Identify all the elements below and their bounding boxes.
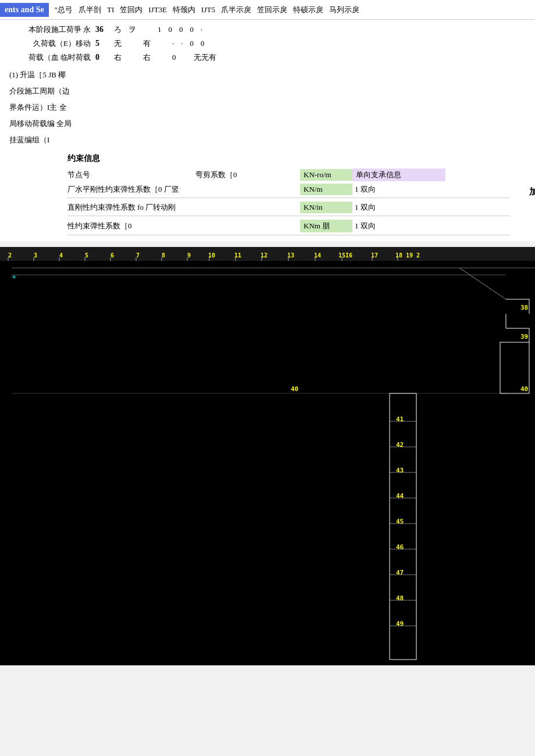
- load-label-2: 久荷载（E）移动: [9, 38, 91, 49]
- lc1-6: ·: [201, 25, 202, 34]
- constraint-title: 约束信息: [67, 153, 526, 164]
- lc1-2: 1: [158, 25, 162, 34]
- c-row2-label: 直刚性约束弹性系数 fo 厂转动刚: [67, 202, 195, 213]
- menu-item-5[interactable]: 特颈内: [170, 3, 198, 16]
- svg-text:43: 43: [396, 467, 404, 474]
- svg-text:41: 41: [396, 415, 404, 423]
- load-cells-3: 右 右 0 无无有: [114, 52, 216, 63]
- constraint-table: 节点号 弯剪系数［0 KN-ro/m 单向支承信息 厂水平刚性约束弹性系数［0 …: [67, 169, 509, 235]
- info-line-1: 介段施工周期（边: [9, 84, 526, 99]
- svg-text:+: +: [12, 273, 16, 281]
- del-button[interactable]: 删除: [528, 186, 535, 188]
- menu-item-10[interactable]: 马列示戾: [327, 3, 362, 16]
- info-line-3: 局移动荷载编 全局: [9, 116, 526, 131]
- svg-text:4: 4: [59, 252, 63, 259]
- menu-item-2[interactable]: TI: [105, 4, 116, 16]
- top-bar: ents and Se "总弓 爪半剖 TI 笠回内 IJT3E 特颈内 IJT…: [0, 0, 535, 20]
- lc2-1: 有: [143, 38, 151, 49]
- c-row2-unit: KN/in: [300, 202, 352, 213]
- col-header-2: 弯剪系数［0: [195, 170, 300, 180]
- add-button[interactable]: 添加: [528, 180, 535, 181]
- svg-text:8: 8: [162, 252, 165, 259]
- svg-text:40: 40: [520, 385, 528, 393]
- svg-text:7: 7: [136, 252, 140, 259]
- lc1-1: ヲ: [129, 24, 136, 35]
- svg-text:2: 2: [8, 252, 12, 259]
- load-val-2: 5: [95, 39, 109, 48]
- menu-item-8[interactable]: 笠回示戾: [255, 3, 290, 16]
- col-header-1: 节点号: [67, 170, 195, 180]
- menu-item-7[interactable]: 爪半示戾: [219, 3, 254, 16]
- svg-text:5: 5: [85, 252, 88, 259]
- menu-item-4[interactable]: IJT3E: [146, 4, 169, 16]
- info-line-4: 挂蓝编组（I: [9, 132, 526, 148]
- lc3-1: 右: [143, 52, 151, 63]
- c-row1-label: 厂水平刚性约束弹性系数［0 厂竖: [67, 184, 195, 195]
- action-buttons: 添加 删除: [528, 180, 535, 188]
- constraint-row-1: 厂水平刚性约束弹性系数［0 厂竖 KN/m 1 双向: [67, 184, 509, 198]
- info-line-2: 界条件运）I主 全: [9, 100, 526, 115]
- lc2-0: 无: [114, 38, 122, 49]
- load-rows: 本阶段施工荷爭 永 36 ろ ヲ 1 0 0 0 · 久荷载（E）移动 5 无 …: [9, 24, 526, 63]
- menu-item-6[interactable]: IJT5: [199, 4, 217, 16]
- constraint-section: 约束信息 节点号 弯剪系数［0 KN-ro/m 单向支承信息 厂水平刚性约束弹性…: [67, 153, 526, 235]
- svg-text:42: 42: [396, 441, 404, 449]
- lc1-5: 0: [190, 25, 194, 34]
- menu-item-1[interactable]: 爪半剖: [76, 3, 104, 16]
- load-cells-2: 无 有 · · 0 0: [114, 38, 205, 49]
- svg-text:3: 3: [34, 252, 37, 259]
- lc2-4: 0: [190, 39, 194, 48]
- menu-bar: "总弓 爪半剖 TI 笠回内 IJT3E 特颈内 IJT5 爪半示戾 笠回示戾 …: [49, 3, 365, 16]
- lc1-3: 0: [169, 25, 173, 34]
- c-row3-unit: KNm 朋: [300, 220, 352, 232]
- svg-line-36: [459, 268, 506, 299]
- load-cells-1: ろ ヲ 1 0 0 0 ·: [114, 24, 202, 35]
- svg-text:46: 46: [396, 543, 404, 551]
- c-row1-unit: KN/m: [300, 184, 352, 195]
- load-label-1: 本阶段施工荷爭 永: [9, 24, 91, 35]
- lc3-3: 无无有: [194, 52, 216, 63]
- c-row3-bidir: 1 双向: [352, 221, 399, 231]
- svg-text:47: 47: [396, 569, 404, 576]
- col-header-support: 单向支承信息: [352, 169, 445, 181]
- cad-canvas: 2 3 4 5 6 7 8 9 10 11 12 13 14 15I6 17 1…: [0, 247, 535, 665]
- lc2-3: ·: [181, 39, 183, 48]
- load-row-1: 本阶段施工荷爭 永 36 ろ ヲ 1 0 0 0 ·: [9, 24, 526, 35]
- svg-text:38: 38: [520, 304, 528, 311]
- load-row-3: 荷载（血 临时荷载 0 右 右 0 无无有: [9, 52, 526, 63]
- c-row3-label: 性约束弹性系数［0: [67, 221, 195, 231]
- svg-text:6: 6: [110, 252, 114, 259]
- constraint-row-2: 直刚性约束弹性系数 fo 厂转动刚 KN/in 1 双向: [67, 202, 509, 216]
- load-row-2: 久荷载（E）移动 5 无 有 · · 0 0: [9, 38, 526, 49]
- svg-text:49: 49: [396, 620, 404, 628]
- menu-item-3[interactable]: 笠回内: [117, 3, 145, 16]
- svg-text:48: 48: [396, 594, 404, 602]
- svg-text:39: 39: [520, 333, 528, 341]
- c-row1-bidir: 1 双向: [352, 184, 399, 195]
- constraint-row-3: 性约束弹性系数［0 KNm 朋 1 双向: [67, 220, 509, 235]
- svg-text:15I6: 15I6: [338, 252, 352, 259]
- svg-text:40: 40: [291, 385, 298, 393]
- upper-section: 本阶段施工荷爭 永 36 ろ ヲ 1 0 0 0 · 久荷载（E）移动 5 无 …: [0, 20, 535, 241]
- selected-tab[interactable]: ents and Se: [0, 3, 49, 17]
- svg-text:45: 45: [396, 518, 404, 525]
- lc3-2: 0: [172, 53, 176, 62]
- col-header-unit: KN-ro/m: [300, 169, 352, 181]
- lc3-0: 右: [114, 52, 122, 63]
- cad-svg: 2 3 4 5 6 7 8 9 10 11 12 13 14 15I6 17 1…: [0, 247, 535, 665]
- svg-text:44: 44: [396, 492, 404, 500]
- lc1-0: ろ: [114, 24, 122, 35]
- info-line-0: (1) 升温［5 JB 椰: [9, 67, 526, 83]
- lc1-4: 0: [179, 25, 183, 34]
- load-val-1: 36: [95, 25, 109, 34]
- lc2-2: ·: [172, 39, 174, 48]
- menu-item-9[interactable]: 特硕示戾: [291, 3, 326, 16]
- c-row2-bidir: 1 双向: [352, 202, 399, 213]
- svg-text:9: 9: [187, 252, 191, 259]
- load-val-3: 0: [95, 53, 109, 62]
- menu-item-0[interactable]: "总弓: [52, 3, 75, 16]
- constraint-header: 节点号 弯剪系数［0 KN-ro/m 单向支承信息: [67, 169, 509, 181]
- lc2-5: 0: [201, 39, 205, 48]
- svg-text:18 19 2: 18 19 2: [395, 252, 420, 259]
- info-rows: (1) 升温［5 JB 椰 介段施工周期（边 界条件运）I主 全 局移动荷载编 …: [9, 67, 526, 148]
